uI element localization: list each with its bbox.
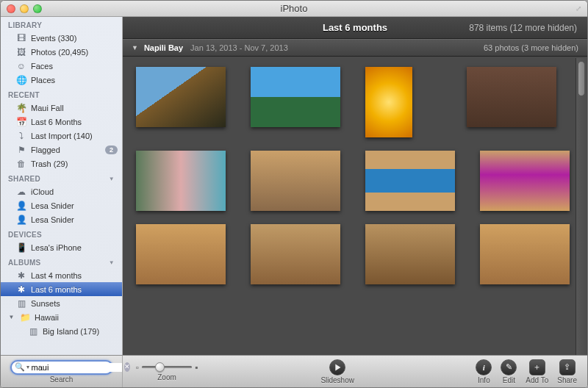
- sidebar-item-label: Trash (29): [31, 159, 68, 168]
- add-to-button[interactable]: ＋ Add To: [521, 358, 553, 386]
- sidebar-item-iphone[interactable]: 📱Lesa's iPhone: [1, 240, 122, 254]
- share-button[interactable]: ⇪ Share: [553, 358, 581, 386]
- sidebar-group-shared[interactable]: SHARED▼: [1, 170, 122, 184]
- sidebar-item-label: Last 6 Months: [31, 118, 82, 126]
- sidebar-item-sunsets[interactable]: ▥Sunsets: [1, 296, 122, 310]
- places-icon: 🌐: [15, 74, 27, 86]
- photo-thumbnail[interactable]: [251, 151, 340, 211]
- event-photo-count: 63 photos (3 more hidden): [484, 43, 578, 52]
- search-label: Search: [50, 376, 74, 384]
- resize-icon[interactable]: ⤢: [576, 4, 581, 12]
- sidebar-item-label: Sunsets: [31, 299, 60, 308]
- zoom-track[interactable]: [142, 366, 192, 368]
- sidebar-item-flagged[interactable]: ⚑Flagged2: [1, 143, 122, 157]
- trash-icon: 🗑: [15, 158, 27, 170]
- plus-icon: ＋: [529, 359, 545, 376]
- sidebar-item-label: Maui Fall: [31, 104, 64, 112]
- sidebar-item-last6months-album[interactable]: ✱Last 6 months: [1, 282, 122, 296]
- smart-album-icon: ✱: [15, 284, 27, 295]
- sidebar-item-label: Places: [31, 76, 55, 85]
- main-content: Last 6 months 878 items (12 more hidden)…: [123, 17, 587, 355]
- disclosure-triangle-icon: ▼: [109, 259, 115, 266]
- photo-thumbnail[interactable]: [365, 224, 455, 284]
- window-title: iPhoto: [1, 3, 587, 14]
- sidebar-item-places[interactable]: 🌐Places: [1, 73, 122, 87]
- grid-row: [127, 224, 583, 284]
- sidebar-item-bigisland[interactable]: ▥Big Island (179): [1, 324, 122, 338]
- disclosure-triangle-icon[interactable]: ▼: [132, 44, 138, 51]
- search-input[interactable]: [32, 363, 122, 372]
- zoom-in-icon[interactable]: ▪: [195, 362, 198, 373]
- sidebar-item-trash[interactable]: 🗑Trash (29): [1, 157, 122, 170]
- album-icon: ▥: [15, 298, 27, 309]
- sidebar-item-last6months[interactable]: 📅Last 6 Months: [1, 115, 122, 129]
- photo-thumbnail[interactable]: [251, 224, 340, 284]
- pencil-icon: ✎: [501, 359, 517, 376]
- sidebar-item-photos[interactable]: 🖼Photos (20,495): [1, 45, 122, 59]
- sidebar-group-albums[interactable]: ALBUMS▼: [1, 254, 122, 268]
- sidebar-group-devices: DEVICES: [1, 226, 122, 240]
- slideshow-button[interactable]: [329, 359, 345, 376]
- sidebar-item-label: Lesa Snider: [31, 215, 74, 224]
- sidebar-item-label: Lesa Snider: [31, 201, 74, 210]
- sidebar-item-label: Photos (20,495): [31, 48, 88, 57]
- sidebar-item-lastimport[interactable]: ⤵Last Import (140): [1, 129, 122, 143]
- toolbar-actions: i Info ✎ Edit ＋ Add To ⇪ Share: [464, 356, 587, 387]
- photo-thumbnail[interactable]: [251, 67, 340, 127]
- slideshow-section: Slideshow: [211, 356, 464, 387]
- photo-thumbnail[interactable]: [365, 67, 412, 137]
- sidebar-item-label: iCloud: [31, 187, 54, 196]
- photo-thumbnail[interactable]: [136, 224, 226, 284]
- search-section: 🔍 ▾ ✕ Search: [1, 356, 123, 387]
- photo-thumbnail[interactable]: [480, 224, 570, 284]
- photo-thumbnail[interactable]: [136, 67, 226, 127]
- search-icon[interactable]: 🔍: [15, 362, 25, 372]
- zoom-slider[interactable]: ▫ ▪: [136, 362, 198, 373]
- info-button[interactable]: i Info: [471, 358, 496, 386]
- smart-album-icon: ✱: [15, 270, 27, 281]
- vertical-scrollbar[interactable]: [576, 58, 587, 355]
- sidebar[interactable]: LIBRARY 🎞Events (330) 🖼Photos (20,495) ☺…: [1, 17, 123, 355]
- sidebar-item-hawaii-folder[interactable]: ▼📁Hawaii: [1, 310, 122, 324]
- folder-icon: 📁: [19, 312, 31, 323]
- sidebar-item-label: Events (330): [31, 34, 76, 43]
- photo-grid[interactable]: [123, 57, 587, 355]
- zoom-out-icon[interactable]: ▫: [136, 362, 139, 373]
- event-name[interactable]: Napili Bay: [144, 43, 183, 52]
- photo-thumbnail[interactable]: [480, 151, 570, 211]
- sidebar-item-label: Last 4 months: [31, 271, 82, 280]
- sidebar-item-icloud[interactable]: ☁iCloud: [1, 184, 122, 198]
- sidebar-item-label: Last Import (140): [31, 132, 93, 140]
- sidebar-item-maui-fall[interactable]: 🌴Maui Fall: [1, 101, 122, 115]
- search-field[interactable]: 🔍 ▾ ✕: [10, 360, 113, 375]
- photos-icon: 🖼: [15, 46, 27, 58]
- events-icon: 🎞: [15, 32, 27, 44]
- sidebar-item-faces[interactable]: ☺Faces: [1, 59, 122, 73]
- bottom-toolbar: 🔍 ▾ ✕ Search ▫ ▪ Zoom Slideshow i: [1, 355, 587, 387]
- sidebar-item-events[interactable]: 🎞Events (330): [1, 31, 122, 45]
- scrollbar-thumb[interactable]: [578, 61, 585, 96]
- zoom-knob[interactable]: [155, 362, 165, 372]
- disclosure-triangle-icon: ▼: [109, 176, 115, 182]
- cloud-icon: ☁: [15, 186, 27, 198]
- sidebar-item-shared-user[interactable]: 👤Lesa Snider: [1, 198, 122, 212]
- edit-button[interactable]: ✎ Edit: [496, 358, 521, 386]
- disclosure-triangle-icon[interactable]: ▼: [7, 312, 15, 323]
- chevron-down-icon[interactable]: ▾: [26, 364, 29, 370]
- event-date-range: Jan 13, 2013 - Nov 7, 2013: [190, 43, 288, 52]
- sidebar-item-label: Big Island (179): [43, 327, 99, 336]
- photo-thumbnail[interactable]: [136, 151, 226, 211]
- sidebar-item-shared-user[interactable]: 👤Lesa Snider: [1, 212, 122, 226]
- sidebar-group-library: LIBRARY: [1, 17, 122, 31]
- event-header[interactable]: ▼ Napili Bay Jan 13, 2013 - Nov 7, 2013 …: [123, 39, 587, 57]
- collection-title: Last 6 months: [123, 22, 587, 33]
- photo-thumbnail[interactable]: [467, 67, 556, 127]
- sidebar-item-last4months[interactable]: ✱Last 4 months: [1, 268, 122, 282]
- album-icon: ▥: [27, 326, 39, 337]
- svg-marker-0: [335, 364, 340, 370]
- photo-thumbnail[interactable]: [365, 151, 455, 211]
- zoom-section: ▫ ▪ Zoom: [123, 356, 211, 387]
- info-icon: i: [476, 359, 492, 376]
- grid-row: [127, 67, 583, 137]
- faces-icon: ☺: [15, 60, 27, 72]
